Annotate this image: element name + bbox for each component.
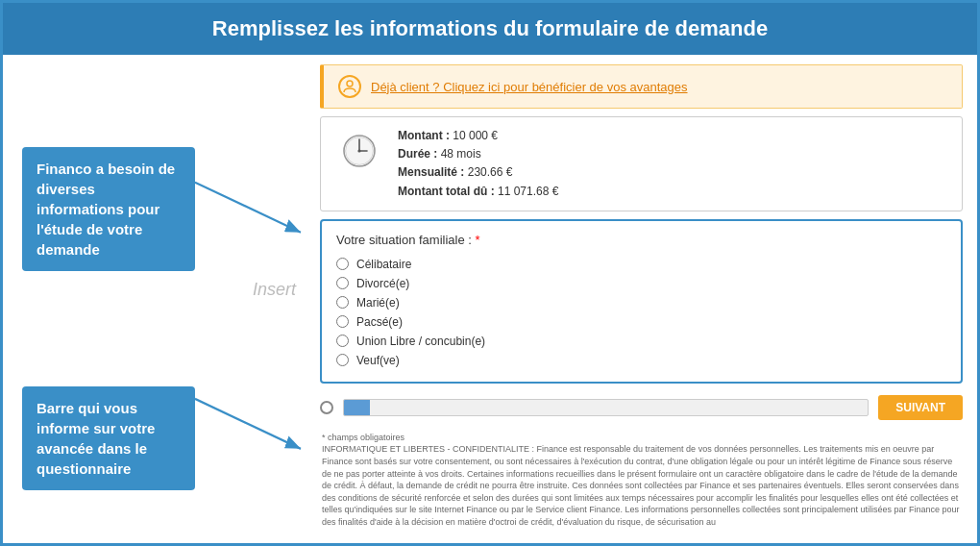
svg-point-9 [357, 149, 360, 152]
annotation-top-box: Financo a besoin de diverses information… [22, 147, 195, 271]
situation-label: Votre situation familiale : * [336, 233, 946, 247]
progress-bar-container [343, 399, 869, 416]
already-client-text: Déjà client ? Cliquez ici pour bénéficie… [371, 80, 688, 94]
radio-pacse-input[interactable] [336, 315, 349, 328]
svg-point-4 [347, 81, 353, 87]
montant-total-line: Montant total dû : 11 071.68 € [398, 183, 558, 201]
clock-icon-wrapper [335, 127, 383, 175]
annotation-top-text: Financo a besoin de diverses information… [37, 161, 175, 258]
mensualite-value: 230.66 € [468, 165, 513, 179]
radio-divorce-label: Divorcé(e) [356, 277, 409, 290]
page-header: Remplissez les informations du formulair… [3, 3, 977, 55]
radio-celibataire[interactable]: Célibataire [336, 255, 946, 274]
already-client-banner[interactable]: Déjà client ? Cliquez ici pour bénéficie… [320, 64, 963, 109]
duree-line: Durée : 48 mois [398, 145, 558, 163]
radio-divorce-input[interactable] [336, 277, 349, 289]
radio-pacse-label: Pacsé(e) [356, 315, 403, 329]
radio-union-libre[interactable]: Union Libre / concubin(e) [336, 332, 946, 351]
radio-veuf-input[interactable] [336, 354, 349, 366]
annotation-top-wrapper: Financo a besoin de diverses information… [22, 137, 291, 271]
annotation-bottom-box: Barre qui vous informe sur votre avancée… [22, 386, 195, 490]
progress-row: SUIVANT [320, 391, 963, 424]
radio-veuf-label: Veuf(ve) [356, 354, 400, 367]
annotation-bottom-wrapper: Barre qui vous informe sur votre avancée… [22, 348, 291, 490]
radio-pacse[interactable]: Pacsé(e) [336, 312, 946, 332]
person-icon [338, 75, 361, 98]
insert-placeholder: Insert [253, 279, 296, 299]
montant-total-value: 11 071.68 € [498, 185, 558, 198]
duree-label: Durée : [398, 147, 437, 161]
montant-label: Montant : [398, 129, 450, 142]
radio-celibataire-label: Célibataire [356, 258, 411, 271]
situation-familiale-section: Votre situation familiale : * Célibatair… [320, 219, 963, 384]
person-svg [343, 80, 356, 93]
radio-marie-label: Marié(e) [356, 296, 400, 310]
radio-marie-input[interactable] [336, 296, 349, 309]
radio-union-libre-label: Union Libre / concubin(e) [356, 335, 485, 348]
page-title: Remplissez les informations du formulair… [22, 16, 958, 41]
radio-marie[interactable]: Marié(e) [336, 293, 946, 312]
right-panel: Déjà client ? Cliquez ici pour bénéficie… [310, 55, 977, 543]
radio-divorce[interactable]: Divorcé(e) [336, 274, 946, 293]
fine-print-area: * champs obligatoires INFORMATIQUE ET LI… [320, 432, 963, 529]
radio-union-libre-input[interactable] [336, 335, 349, 347]
form-summary: Montant : 10 000 € Durée : 48 mois Mensu… [398, 127, 558, 201]
required-indicator: * [476, 233, 480, 247]
duree-value: 48 mois [441, 147, 481, 161]
clock-svg [340, 132, 379, 170]
progress-bar-fill [344, 400, 370, 415]
required-fields-note: * champs obligatoires [322, 432, 961, 444]
mensualite-line: Mensualité : 230.66 € [398, 163, 558, 182]
left-panel: Financo a besoin de diverses information… [3, 55, 310, 543]
montant-line: Montant : 10 000 € [398, 127, 558, 145]
main-container: Remplissez les informations du formulair… [0, 0, 980, 546]
form-card: Montant : 10 000 € Durée : 48 mois Mensu… [320, 116, 963, 211]
fine-print-body: INFORMATIQUE ET LIBERTES - CONFIDENTIALI… [322, 443, 961, 528]
suivant-button[interactable]: SUIVANT [878, 395, 963, 420]
radio-veuf[interactable]: Veuf(ve) [336, 351, 946, 370]
montant-value: 10 000 € [453, 129, 498, 142]
content-area: Financo a besoin de diverses information… [3, 55, 977, 543]
annotation-bottom-text: Barre qui vous informe sur votre avancée… [37, 400, 155, 477]
montant-total-label: Montant total dû : [398, 185, 495, 198]
progress-circle [320, 401, 333, 414]
mensualite-label: Mensualité : [398, 165, 464, 179]
radio-celibataire-input[interactable] [336, 258, 349, 270]
